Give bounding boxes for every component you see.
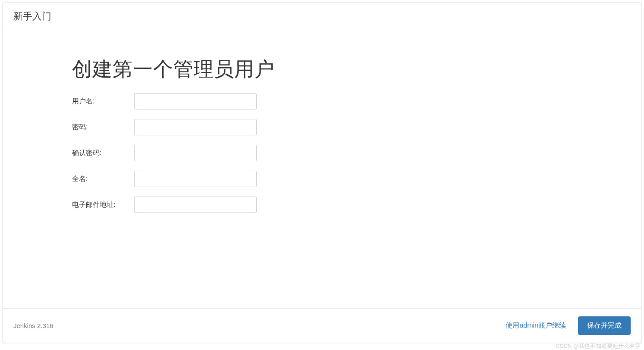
form-row-confirm-password: 确认密码: <box>72 145 572 161</box>
setup-wizard-modal: 新手入门 创建第一个管理员用户 用户名: 密码: 确认密码: 全名: 电子邮件地… <box>3 3 641 343</box>
form-row-email: 电子邮件地址: <box>72 197 572 213</box>
email-input[interactable] <box>134 197 257 213</box>
form-row-fullname: 全名: <box>72 171 572 187</box>
footer-actions: 使用admin账户继续 保存并完成 <box>504 316 631 335</box>
form-row-username: 用户名: <box>72 93 572 109</box>
username-input[interactable] <box>134 93 257 109</box>
skip-admin-button[interactable]: 使用admin账户继续 <box>504 319 568 333</box>
page-title: 创建第一个管理员用户 <box>72 56 572 83</box>
form-row-password: 密码: <box>72 119 572 135</box>
confirm-password-input[interactable] <box>134 145 257 161</box>
version-text: Jenkins 2.316 <box>13 322 53 329</box>
username-label: 用户名: <box>72 97 134 106</box>
fullname-input[interactable] <box>134 171 257 187</box>
modal-header: 新手入门 <box>3 3 641 30</box>
password-input[interactable] <box>134 119 257 135</box>
save-and-finish-button[interactable]: 保存并完成 <box>578 316 631 335</box>
modal-footer: Jenkins 2.316 使用admin账户继续 保存并完成 <box>3 308 641 343</box>
email-label: 电子邮件地址: <box>72 200 134 209</box>
confirm-password-label: 确认密码: <box>72 149 134 158</box>
password-label: 密码: <box>72 123 134 132</box>
watermark: CSDN @我也不知道要起什么名字 <box>556 342 641 350</box>
fullname-label: 全名: <box>72 175 134 184</box>
modal-body: 创建第一个管理员用户 用户名: 密码: 确认密码: 全名: 电子邮件地址: <box>3 30 641 308</box>
modal-title: 新手入门 <box>13 11 51 22</box>
